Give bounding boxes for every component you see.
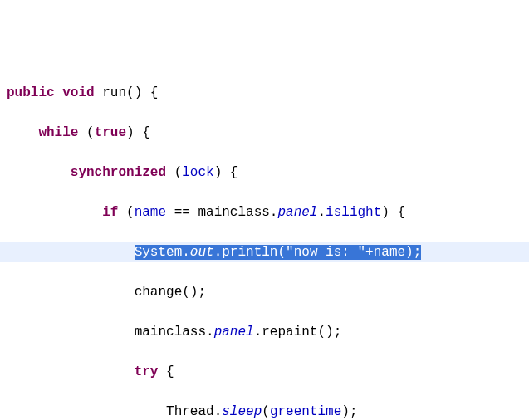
field-panel: panel [277, 205, 317, 220]
field-name: name [135, 205, 166, 220]
keyword-try: try [135, 364, 159, 379]
code-line-7[interactable]: mainclass.panel.repaint(); [7, 322, 522, 342]
code-line-8[interactable]: try { [7, 362, 522, 382]
field-greentime: greentime [270, 404, 341, 419]
field-lock: lock [182, 165, 213, 180]
code-line-2[interactable]: while (true) { [7, 123, 522, 143]
keyword-if: if [102, 205, 118, 220]
keyword-public: public [7, 85, 55, 100]
code-line-1[interactable]: public void run() { [7, 83, 522, 103]
selection: System.out.println("now is: "+name); [135, 245, 422, 260]
field-islight: islight [326, 205, 381, 220]
keyword-synchronized: synchronized [71, 165, 166, 180]
code-line-6[interactable]: change(); [7, 282, 522, 302]
code-line-3[interactable]: synchronized (lock) { [7, 163, 522, 183]
method-sleep: sleep [222, 404, 262, 419]
code-line-9[interactable]: Thread.sleep(greentime); [7, 402, 522, 420]
field-out: out [190, 245, 214, 260]
keyword-while: while [38, 125, 78, 140]
keyword-void: void [62, 85, 94, 100]
field-name: name [374, 245, 405, 260]
code-line-5-highlighted[interactable]: System.out.println("now is: "+name); [0, 242, 529, 262]
code-line-4[interactable]: if (name == mainclass.panel.islight) { [7, 203, 522, 222]
field-panel: panel [214, 325, 254, 339]
string-literal: "now is: " [286, 245, 365, 260]
keyword-true: true [95, 125, 126, 140]
